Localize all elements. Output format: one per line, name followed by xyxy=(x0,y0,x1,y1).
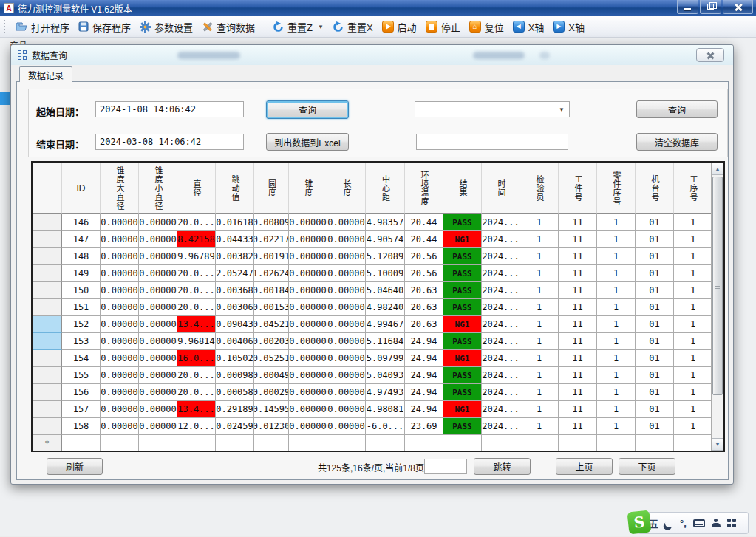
prev-page-button[interactable]: 上页 xyxy=(556,458,613,475)
cell-result[interactable]: PASS xyxy=(443,248,482,265)
column-header-runout[interactable]: 跳动值 xyxy=(216,163,254,214)
cell-time[interactable]: 2024... xyxy=(482,316,520,333)
cell-time[interactable]: 2024... xyxy=(482,282,520,299)
cell-empty[interactable] xyxy=(327,435,366,451)
cell-dia[interactable]: 13.4... xyxy=(177,401,216,418)
cell-machine[interactable]: 01 xyxy=(636,316,674,333)
cell-result[interactable]: PASS xyxy=(443,282,482,299)
cell-empty[interactable] xyxy=(520,435,559,451)
cell-taper[interactable]: 0.00000 xyxy=(289,282,327,299)
cell-center[interactable]: 4.98240 xyxy=(366,299,405,316)
row-selector[interactable] xyxy=(33,367,62,384)
dialog-titlebar[interactable]: 数据查询 xyxy=(11,45,733,65)
cell-wp[interactable]: 11 xyxy=(559,299,597,316)
cell-insp[interactable]: 1 xyxy=(520,282,559,299)
cell-insp[interactable]: 1 xyxy=(520,333,559,350)
grid-corner-cell[interactable] xyxy=(33,163,62,214)
cell-small[interactable]: 0.00000 xyxy=(139,299,177,316)
column-header-big[interactable]: 锥度大直径 xyxy=(101,163,139,214)
cell-proc[interactable]: 1 xyxy=(674,248,711,265)
cell-env[interactable]: 20.44 xyxy=(405,214,443,231)
cell-serial[interactable]: 1 xyxy=(597,367,636,384)
row-selector[interactable] xyxy=(33,333,62,350)
next-page-button[interactable]: 下页 xyxy=(619,458,675,475)
cell-result[interactable]: PASS xyxy=(443,214,482,231)
row-selector[interactable] xyxy=(33,401,62,418)
cell-big[interactable]: 0.00000 xyxy=(101,231,139,248)
column-header-result[interactable]: 结果 xyxy=(443,163,482,214)
cell-id[interactable]: 150 xyxy=(62,282,101,299)
cell-small[interactable]: 0.00000 xyxy=(139,316,177,333)
cell-env[interactable]: 24.94 xyxy=(405,350,443,367)
cell-result[interactable]: NG1 xyxy=(443,350,482,367)
cell-time[interactable]: 2024... xyxy=(482,214,520,231)
moon-mode-icon[interactable] xyxy=(664,518,674,527)
cell-len[interactable]: 0.00000 xyxy=(327,231,366,248)
cell-len[interactable]: 0.00000 xyxy=(327,418,366,435)
cell-result[interactable]: PASS xyxy=(443,333,482,350)
sogou-logo-icon[interactable]: S xyxy=(627,510,652,535)
cell-small[interactable]: 0.00000 xyxy=(139,282,177,299)
cell-dia[interactable]: 20.0... xyxy=(177,214,216,231)
cell-wp[interactable]: 11 xyxy=(559,401,597,418)
cell-runout[interactable]: 0.00406 xyxy=(216,333,254,350)
cell-center[interactable]: 5.11684 xyxy=(366,333,405,350)
cell-machine[interactable]: 01 xyxy=(636,418,674,435)
cell-wp[interactable]: 11 xyxy=(559,231,597,248)
cell-small[interactable]: 0.00000 xyxy=(139,367,177,384)
cell-round[interactable]: 0.00153 xyxy=(254,299,289,316)
cell-round[interactable]: 0.14595 xyxy=(254,401,289,418)
cell-proc[interactable]: 1 xyxy=(674,214,711,231)
cell-center[interactable]: 4.90574 xyxy=(366,231,405,248)
cell-taper[interactable]: 0.00000 xyxy=(289,418,327,435)
cell-dia[interactable]: 16.0... xyxy=(177,350,216,367)
cell-machine[interactable]: 01 xyxy=(636,367,674,384)
cell-taper[interactable]: 0.00000 xyxy=(289,214,327,231)
row-selector[interactable] xyxy=(33,384,62,401)
clear-database-button[interactable]: 清空数据库 xyxy=(636,133,718,151)
dropdown-caret-icon[interactable]: ▼ xyxy=(318,24,324,30)
cell-time[interactable]: 2024... xyxy=(482,299,520,316)
cell-time[interactable]: 2024... xyxy=(482,401,520,418)
cell-machine[interactable]: 01 xyxy=(636,299,674,316)
cell-id[interactable]: 152 xyxy=(62,316,101,333)
query-button[interactable]: 查询 xyxy=(266,100,349,119)
cell-round[interactable]: 0.00203 xyxy=(254,333,289,350)
cell-env[interactable]: 20.63 xyxy=(405,316,443,333)
row-selector[interactable] xyxy=(33,299,62,316)
cell-empty[interactable] xyxy=(559,435,597,451)
row-selector[interactable] xyxy=(33,231,62,248)
cell-len[interactable]: 0.00000 xyxy=(327,384,366,401)
cell-env[interactable]: 20.63 xyxy=(405,282,443,299)
cell-empty[interactable] xyxy=(443,435,482,451)
column-header-time[interactable]: 时间 xyxy=(482,163,520,214)
cell-wp[interactable]: 11 xyxy=(559,265,597,282)
cell-proc[interactable]: 1 xyxy=(674,265,711,282)
cell-proc[interactable]: 1 xyxy=(674,316,711,333)
cell-empty[interactable] xyxy=(597,435,636,451)
cell-len[interactable]: 0.00000 xyxy=(327,350,366,367)
cell-wp[interactable]: 11 xyxy=(559,367,597,384)
cell-id[interactable]: 153 xyxy=(62,333,101,350)
cell-serial[interactable]: 1 xyxy=(597,231,636,248)
cell-small[interactable]: 0.00000 xyxy=(139,418,177,435)
cell-proc[interactable]: 1 xyxy=(674,350,711,367)
cell-id[interactable]: 149 xyxy=(62,265,101,282)
cell-round[interactable]: 0.00049 xyxy=(254,367,289,384)
cell-machine[interactable]: 01 xyxy=(636,384,674,401)
cell-len[interactable]: 0.00000 xyxy=(327,265,366,282)
cell-time[interactable]: 2024... xyxy=(482,265,520,282)
column-header-taper[interactable]: 锥度 xyxy=(289,163,327,214)
cell-big[interactable]: 0.00000 xyxy=(101,350,139,367)
cell-proc[interactable]: 1 xyxy=(674,384,711,401)
cell-env[interactable]: 24.94 xyxy=(405,333,443,350)
cell-round[interactable]: 0.00809 xyxy=(254,214,289,231)
cell-id[interactable]: 158 xyxy=(62,418,101,435)
cell-serial[interactable]: 1 xyxy=(597,248,636,265)
minimize-button[interactable] xyxy=(677,0,698,14)
cell-wp[interactable]: 11 xyxy=(559,418,597,435)
cell-machine[interactable]: 01 xyxy=(636,214,674,231)
cell-empty[interactable] xyxy=(482,435,520,451)
reset-z-button[interactable]: 重置Z ▼ xyxy=(268,18,328,36)
cell-insp[interactable]: 1 xyxy=(520,299,559,316)
